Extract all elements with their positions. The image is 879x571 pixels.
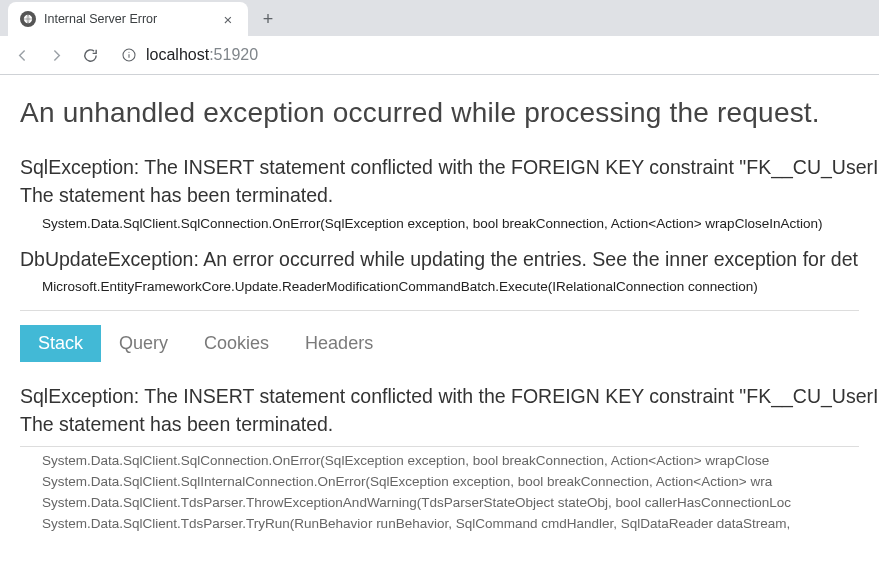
stack-frame[interactable]: System.Data.SqlClient.SqlConnection.OnEr… [42, 451, 859, 472]
url-host: localhost [146, 46, 209, 63]
tab-query[interactable]: Query [101, 325, 186, 362]
url-port: :51920 [209, 46, 258, 63]
stack-exception-heading: SqlException: The INSERT statement confl… [20, 382, 859, 448]
tab-bar: Internal Server Error × + [0, 0, 879, 36]
url-text: localhost:51920 [146, 46, 258, 64]
stack-frame[interactable]: System.Data.SqlClient.TdsParser.TryRun(R… [42, 514, 859, 535]
tab-stack[interactable]: Stack [20, 325, 101, 362]
detail-tabs: Stack Query Cookies Headers [20, 325, 859, 362]
tab-headers[interactable]: Headers [287, 325, 391, 362]
reload-button[interactable] [74, 39, 106, 71]
page-title: An unhandled exception occurred while pr… [20, 97, 859, 129]
exception-trace: System.Data.SqlClient.SqlConnection.OnEr… [20, 210, 859, 231]
forward-button[interactable] [40, 39, 72, 71]
globe-icon [20, 11, 36, 27]
browser-tab-active[interactable]: Internal Server Error × [8, 2, 248, 36]
exception-summary-0: SqlException: The INSERT statement confl… [20, 153, 859, 231]
stack-content: SqlException: The INSERT statement confl… [20, 382, 859, 535]
exception-heading: SqlException: The INSERT statement confl… [20, 153, 859, 210]
back-button[interactable] [6, 39, 38, 71]
address-bar[interactable]: localhost:51920 [114, 40, 262, 70]
stack-frame[interactable]: System.Data.SqlClient.TdsParser.ThrowExc… [42, 493, 859, 514]
exception-heading: DbUpdateException: An error occurred whi… [20, 245, 859, 273]
close-icon[interactable]: × [220, 11, 236, 27]
toolbar: localhost:51920 [0, 36, 879, 74]
tab-cookies[interactable]: Cookies [186, 325, 287, 362]
stack-trace-list: System.Data.SqlClient.SqlConnection.OnEr… [20, 451, 859, 535]
browser-chrome: Internal Server Error × + localhost:5192… [0, 0, 879, 75]
page-content: An unhandled exception occurred while pr… [0, 75, 879, 535]
tab-title: Internal Server Error [44, 12, 214, 26]
divider [20, 310, 859, 311]
info-icon[interactable] [118, 44, 140, 66]
exception-summary-1: DbUpdateException: An error occurred whi… [20, 245, 859, 294]
stack-frame[interactable]: System.Data.SqlClient.SqlInternalConnect… [42, 472, 859, 493]
new-tab-button[interactable]: + [254, 5, 282, 33]
svg-point-3 [128, 52, 129, 53]
exception-trace: Microsoft.EntityFrameworkCore.Update.Rea… [20, 273, 859, 294]
